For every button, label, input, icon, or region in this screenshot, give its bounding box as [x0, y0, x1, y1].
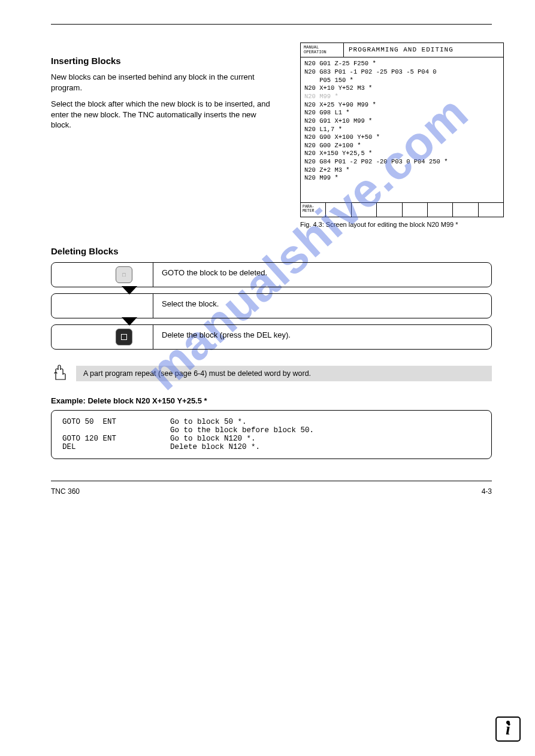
step-stack: □ GOTO the block to be deleted. Select t… — [51, 262, 492, 350]
softkey[interactable] — [326, 203, 351, 217]
example-title: Example: Delete block N20 X+150 Y+25.5 * — [51, 396, 492, 405]
code-row: GOTO 120 ENTGo to block N120 *. — [62, 435, 480, 443]
screen-header: MANUAL OPERATION PROGRAMMING AND EDITING — [301, 43, 503, 57]
softkey[interactable] — [403, 203, 428, 217]
code-col1: GOTO 50 ENT — [62, 418, 170, 426]
para-1: New blocks can be inserted behind any bl… — [51, 72, 279, 93]
para-2: Select the block after which the new blo… — [51, 99, 279, 130]
note-text: A part program repeat (see page 6-4) mus… — [76, 366, 492, 381]
step-key-1: □ — [52, 263, 153, 287]
softkey[interactable] — [453, 203, 478, 217]
step-row-3: Delete the block (press the DEL key). — [51, 324, 492, 350]
section-title: Inserting Blocks — [51, 56, 285, 66]
step-row-1: □ GOTO the block to be deleted. — [51, 262, 492, 287]
footer: TNC 360 4-3 — [51, 487, 492, 496]
screen-mode: MANUAL OPERATION — [301, 43, 344, 57]
hand-icon — [51, 363, 67, 384]
softkey[interactable]: PARA- METER — [301, 203, 326, 217]
code-col1: GOTO 120 ENT — [62, 435, 170, 443]
code-col2: Delete block N120 *. — [170, 443, 260, 451]
code-row: GOTO 50 ENTGo to block 50 *. — [62, 418, 480, 426]
softkey[interactable] — [479, 203, 503, 217]
corner-info-icon: i — [495, 716, 521, 742]
step-key-2 — [52, 294, 153, 318]
code-col2: Go to block 50 *. — [170, 418, 247, 426]
code-col1: DEL — [62, 443, 170, 451]
top-rule — [51, 24, 492, 25]
code-col2: Go to the block before block 50. — [170, 426, 314, 435]
code-col1 — [62, 426, 170, 435]
step-text-1: GOTO the block to be deleted. — [153, 263, 491, 287]
code-col2: Go to block N120 *. — [170, 435, 256, 443]
step-text-3: Delete the block (press the DEL key). — [153, 325, 491, 349]
softkey[interactable] — [377, 203, 402, 217]
footer-right: 4-3 — [482, 487, 492, 496]
goto-key-icon[interactable]: □ — [116, 266, 132, 283]
screen-body: N20 G01 Z-25 F250 *N20 G83 P01 -1 P02 -2… — [301, 57, 503, 185]
deleting-title: Deleting Blocks — [51, 246, 492, 256]
screen-title: PROGRAMMING AND EDITING — [344, 43, 458, 57]
cnc-screen: MANUAL OPERATION PROGRAMMING AND EDITING… — [300, 42, 504, 217]
step-text-2: Select the block. — [153, 294, 491, 318]
code-row: DELDelete block N120 *. — [62, 443, 480, 451]
softkey[interactable] — [352, 203, 377, 217]
step-row-2: Select the block. — [51, 293, 492, 318]
softkey[interactable] — [428, 203, 453, 217]
example-box: GOTO 50 ENTGo to block 50 *.Go to the bl… — [51, 410, 492, 459]
figure-caption: Fig. 4.3: Screen layout for editing the … — [300, 221, 504, 228]
note-row: A part program repeat (see page 6-4) mus… — [51, 363, 492, 384]
code-row: Go to the block before block 50. — [62, 426, 480, 435]
footer-left: TNC 360 — [51, 487, 80, 496]
step-key-3 — [52, 325, 153, 349]
bottom-rule — [51, 481, 492, 481]
screen-softkeys: PARA- METER — [301, 202, 503, 217]
del-key-icon[interactable] — [116, 329, 132, 345]
